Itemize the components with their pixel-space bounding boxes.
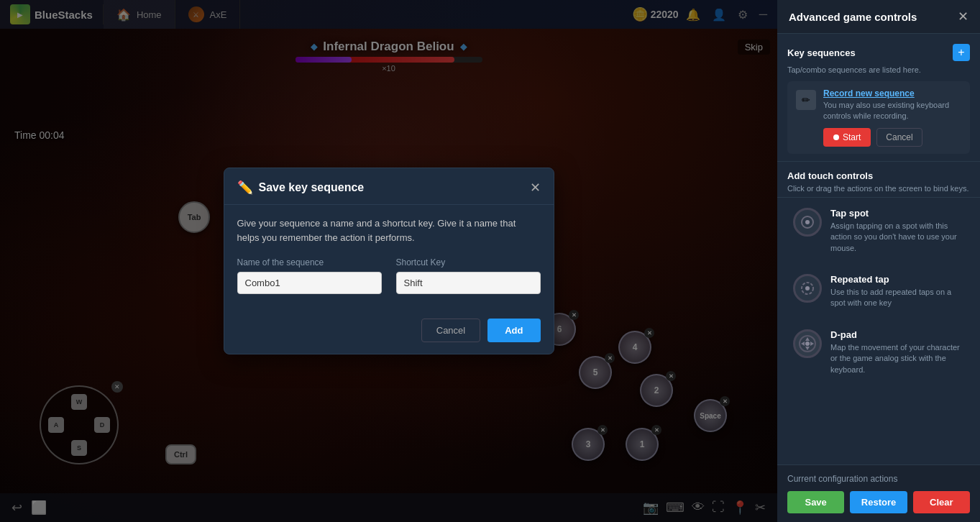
record-card: ✏ Record new sequence You may also use e… bbox=[787, 81, 970, 154]
shortcut-field-group: Shortcut Key bbox=[396, 257, 541, 294]
dialog-title: Save key sequence bbox=[259, 181, 524, 194]
shortcut-key-input[interactable] bbox=[396, 272, 541, 294]
dpad-control-name: D-pad bbox=[830, 329, 964, 340]
record-new-sequence-link[interactable]: Record new sequence bbox=[823, 88, 961, 99]
svg-point-1 bbox=[805, 220, 810, 224]
dpad-svg bbox=[799, 335, 816, 352]
repeated-tap-icon bbox=[793, 274, 822, 303]
key-sequences-title: Key sequences bbox=[787, 47, 856, 58]
dialog-icon: ✏️ bbox=[237, 180, 253, 196]
key-sequences-desc: Tap/combo sequences are listed here. bbox=[787, 65, 970, 74]
save-key-sequence-dialog: ✏️ Save key sequence ✕ Give your sequenc… bbox=[224, 168, 554, 354]
restore-button[interactable]: Restore bbox=[850, 491, 907, 513]
dpad-control-item[interactable]: D-pad Map the movement of your character… bbox=[783, 322, 974, 383]
touch-controls-title: Add touch controls bbox=[787, 170, 970, 181]
game-area: BlueStacks 🏠 Home ⚔ AxE 🪙 22020 🔔 👤 ⚙ ─ … bbox=[0, 0, 777, 522]
dpad-control-icon bbox=[793, 329, 822, 358]
name-field-label: Name of the sequence bbox=[237, 257, 382, 267]
dpad-control-desc: Map the movement of your character or th… bbox=[830, 342, 964, 375]
svg-marker-8 bbox=[810, 342, 814, 346]
repeated-tap-item[interactable]: Repeated tap Use this to add repeated ta… bbox=[783, 267, 974, 316]
shortcut-field-label: Shortcut Key bbox=[396, 257, 541, 267]
dialog-body: Give your sequence a name and a shortcut… bbox=[224, 205, 554, 310]
record-info: Record new sequence You may also use exi… bbox=[823, 88, 961, 147]
record-desc: You may also use existing keyboard contr… bbox=[823, 100, 961, 122]
dialog-add-button[interactable]: Add bbox=[487, 319, 540, 342]
bottom-buttons: Save Restore Clear bbox=[787, 491, 970, 513]
svg-marker-5 bbox=[805, 337, 810, 341]
dpad-control-text: D-pad Map the movement of your character… bbox=[830, 329, 964, 375]
dialog-footer: Cancel Add bbox=[224, 310, 554, 354]
tap-spot-item[interactable]: Tap spot Assign tapping on a spot with t… bbox=[783, 201, 974, 261]
repeated-tap-svg bbox=[800, 281, 815, 296]
record-icon: ✏ bbox=[796, 90, 816, 110]
tap-spot-text: Tap spot Assign tapping on a spot with t… bbox=[830, 208, 964, 254]
right-panel: Advanced game controls ✕ Key sequences +… bbox=[777, 0, 980, 522]
sequence-name-field-group: Name of the sequence bbox=[237, 257, 382, 294]
add-sequence-button[interactable]: + bbox=[953, 44, 970, 61]
dialog-cancel-button[interactable]: Cancel bbox=[421, 319, 480, 342]
svg-marker-6 bbox=[805, 347, 810, 350]
panel-title: Advanced game controls bbox=[789, 11, 917, 23]
cancel-recording-button[interactable]: Cancel bbox=[876, 128, 922, 147]
svg-marker-7 bbox=[801, 342, 805, 346]
start-recording-button[interactable]: Start bbox=[823, 128, 871, 147]
tap-spot-icon bbox=[793, 208, 822, 237]
touch-controls-section: Add touch controls Click or drag the act… bbox=[777, 162, 980, 198]
clear-button[interactable]: Clear bbox=[913, 491, 970, 513]
tap-spot-name: Tap spot bbox=[830, 208, 964, 219]
dialog-close-button[interactable]: ✕ bbox=[530, 180, 541, 196]
dialog-description: Give your sequence a name and a shortcut… bbox=[237, 216, 541, 244]
svg-point-3 bbox=[805, 286, 810, 290]
panel-close-button[interactable]: ✕ bbox=[958, 9, 968, 24]
dialog-overlay: ✏️ Save key sequence ✕ Give your sequenc… bbox=[0, 0, 777, 522]
sequence-name-input[interactable] bbox=[237, 272, 382, 294]
section-header: Key sequences + bbox=[787, 44, 970, 61]
tap-spot-svg bbox=[800, 215, 815, 229]
dialog-header: ✏️ Save key sequence ✕ bbox=[224, 168, 554, 205]
key-sequences-section: Key sequences + Tap/combo sequences are … bbox=[777, 34, 980, 162]
repeated-tap-name: Repeated tap bbox=[830, 274, 964, 285]
record-dot bbox=[833, 134, 839, 140]
tap-spot-desc: Assign tapping on a spot with this actio… bbox=[830, 221, 964, 254]
bottom-title: Current configuration actions bbox=[787, 474, 970, 484]
touch-controls-desc: Click or drag the actions on the screen … bbox=[787, 184, 970, 193]
record-actions: Start Cancel bbox=[823, 128, 961, 147]
bottom-section: Current configuration actions Save Resto… bbox=[777, 464, 980, 522]
pencil-icon: ✏ bbox=[802, 94, 810, 106]
repeated-tap-text: Repeated tap Use this to add repeated ta… bbox=[830, 274, 964, 309]
panel-header: Advanced game controls ✕ bbox=[777, 0, 980, 34]
repeated-tap-desc: Use this to add repeated taps on a spot … bbox=[830, 287, 964, 309]
save-button[interactable]: Save bbox=[787, 491, 844, 513]
svg-point-9 bbox=[805, 342, 810, 346]
dialog-fields: Name of the sequence Shortcut Key bbox=[237, 257, 541, 294]
